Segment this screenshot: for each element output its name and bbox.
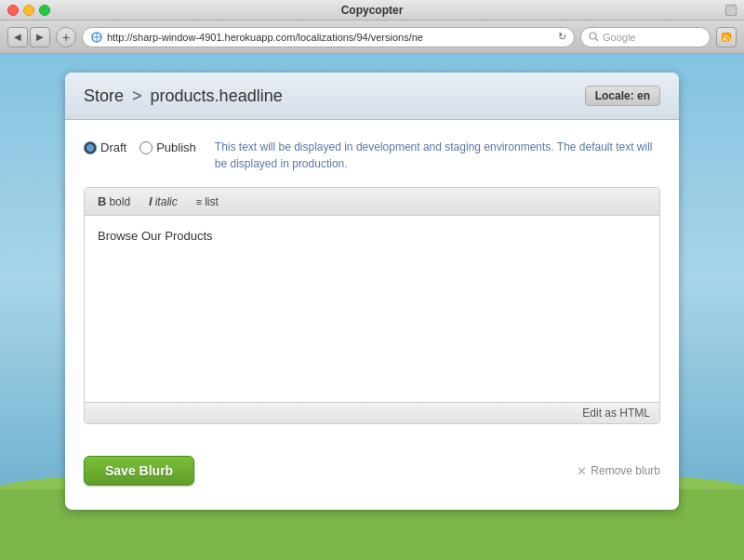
resize-button[interactable] [725, 5, 737, 16]
close-button[interactable] [7, 5, 19, 16]
editor-footer: Edit as HTML [85, 402, 659, 423]
svg-point-6 [723, 38, 724, 40]
title-bar: Copycopter [0, 0, 744, 20]
favicon-icon [90, 31, 103, 44]
publish-label: Publish [156, 140, 196, 154]
radio-group: Draft Publish [84, 139, 196, 154]
svg-point-3 [590, 33, 596, 39]
locale-value: en [637, 89, 650, 102]
editor-area[interactable]: Browse Our Products [85, 216, 659, 402]
draft-radio-label[interactable]: Draft [84, 140, 126, 154]
nav-buttons: ◀ ▶ [7, 27, 50, 47]
locale-badge: Locale: en [585, 86, 660, 106]
search-icon [589, 32, 599, 42]
browser-window: Copycopter ◀ ▶ + http://sharp-window-49 [0, 0, 744, 560]
remove-x-icon: ✕ [577, 464, 587, 478]
panel-actions: Save Blurb ✕ Remove blurb [65, 443, 679, 499]
url-text: http://sharp-window-4901.herokuapp.com/l… [107, 32, 554, 43]
browser-toolbar: ◀ ▶ + http://sharp-window-4901.herokuapp… [0, 20, 744, 54]
publish-radio[interactable] [140, 141, 153, 154]
traffic-lights [7, 5, 50, 16]
bold-button[interactable]: B bold [94, 193, 134, 209]
svg-line-4 [596, 39, 599, 42]
add-tab-button[interactable]: + [56, 27, 76, 47]
browser-content: Store > products.headline Locale: en Dra [0, 54, 744, 560]
refresh-icon[interactable]: ↻ [558, 31, 566, 43]
breadcrumb-key: products.headline [151, 87, 283, 105]
breadcrumb-store: Store [84, 87, 124, 105]
bold-icon: B [98, 194, 106, 208]
draft-radio[interactable] [84, 141, 97, 154]
draft-label: Draft [100, 140, 126, 154]
editor-container: B bold I italic ≡ list Browse O [84, 187, 660, 424]
list-icon: ≡ [196, 196, 202, 207]
search-placeholder-text: Google [603, 32, 635, 43]
minimize-button[interactable] [23, 5, 34, 16]
list-button[interactable]: ≡ list [193, 194, 222, 209]
address-bar[interactable]: http://sharp-window-4901.herokuapp.com/l… [82, 27, 575, 47]
save-button[interactable]: Save Blurb [84, 456, 194, 486]
panel-body: Draft Publish This text will be displaye… [65, 120, 679, 443]
search-bar[interactable]: Google [580, 27, 711, 47]
breadcrumb: Store > products.headline [84, 87, 283, 106]
italic-button[interactable]: I italic [145, 193, 181, 209]
window-title: Copycopter [341, 4, 404, 17]
italic-icon: I [149, 194, 153, 208]
breadcrumb-separator: > [132, 87, 142, 105]
bold-label: bold [109, 195, 130, 208]
zoom-button[interactable] [39, 5, 50, 16]
rss-icon [722, 33, 731, 42]
locale-label: Locale: [595, 89, 634, 102]
editor-toolbar: B bold I italic ≡ list [85, 188, 659, 216]
remove-label: Remove blurb [591, 464, 660, 477]
forward-button[interactable]: ▶ [30, 27, 50, 47]
back-button[interactable]: ◀ [7, 27, 28, 47]
publish-radio-label[interactable]: Publish [140, 140, 196, 154]
info-text: This text will be displayed in developme… [215, 139, 660, 172]
editor-content: Browse Our Products [98, 229, 213, 243]
main-panel: Store > products.headline Locale: en Dra [65, 73, 679, 510]
panel-header: Store > products.headline Locale: en [65, 73, 679, 120]
rss-button[interactable] [716, 27, 737, 47]
draft-publish-row: Draft Publish This text will be displaye… [84, 139, 660, 172]
edit-as-html-link[interactable]: Edit as HTML [582, 407, 650, 420]
remove-blurb-link[interactable]: ✕ Remove blurb [577, 464, 660, 478]
italic-label: italic [155, 195, 178, 208]
list-label: list [205, 195, 219, 208]
